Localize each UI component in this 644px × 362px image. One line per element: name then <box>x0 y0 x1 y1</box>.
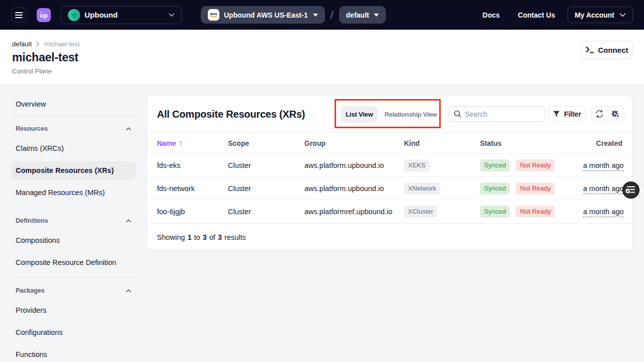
refresh-controls <box>591 106 624 122</box>
card-header: All Composite Resources (XRs) List View … <box>147 96 632 132</box>
chevron-down-icon <box>169 13 175 17</box>
connect-button-label: Connect <box>598 46 628 54</box>
chevron-up-icon <box>126 219 131 223</box>
created-tooltip-text[interactable]: a month ago <box>583 208 624 217</box>
sidebar-section-label: Packages <box>16 287 45 294</box>
my-account-button[interactable]: My Account <box>568 7 633 23</box>
content-area: Overview Resources Claims (XRCs) Composi… <box>0 84 644 362</box>
upbound-logo[interactable]: up <box>37 8 51 22</box>
cell-scope: Cluster <box>228 177 304 200</box>
cell-scope: Cluster <box>228 200 304 223</box>
sidebar-item-providers[interactable]: Providers <box>11 299 136 321</box>
kind-badge: XCluster <box>404 206 437 218</box>
not-ready-badge: Not Ready <box>516 206 554 218</box>
kind-badge: XNetwork <box>404 183 440 195</box>
sidebar-item-functions[interactable]: Functions <box>11 343 136 362</box>
main-area: All Composite Resources (XRs) List View … <box>146 84 644 362</box>
search-box <box>449 106 545 122</box>
top-navbar: up Upbound aws Upbound AWS US-East-1 / d… <box>0 0 644 30</box>
breadcrumb-parent[interactable]: default <box>12 40 32 48</box>
hamburger-icon <box>15 12 23 13</box>
group-select-label: default <box>346 11 369 19</box>
chevron-up-icon <box>126 127 131 131</box>
cell-group: aws.platform.upbound.io <box>304 154 404 177</box>
feedback-list-icon <box>624 185 637 196</box>
sidebar-item-composite-resources[interactable]: Composite Resources (XRs) <box>11 161 136 179</box>
sidebar-section-packages[interactable]: Packages <box>11 282 136 299</box>
search-icon <box>454 110 461 118</box>
column-header-scope[interactable]: Scope <box>228 133 304 154</box>
docs-link[interactable]: Docs <box>482 11 500 19</box>
filter-button-label: Filter <box>564 110 581 118</box>
created-tooltip-text[interactable]: a month ago <box>583 185 624 194</box>
table-row[interactable]: foo-6jgjb Cluster aws.platformref.upboun… <box>147 200 632 223</box>
refresh-button[interactable] <box>592 107 608 121</box>
cell-created: a month ago <box>583 200 632 223</box>
sidebar-section-label: Definitions <box>16 217 48 224</box>
caret-down-icon <box>374 14 379 17</box>
hamburger-menu-button[interactable] <box>11 8 26 23</box>
column-header-kind[interactable]: Kind <box>404 133 480 154</box>
breadcrumb-current: michael-test <box>44 40 79 48</box>
sidebar-section-resources[interactable]: Resources <box>11 120 136 137</box>
cell-group: aws.platformref.upbound.io <box>304 200 404 223</box>
sidebar-item-claims[interactable]: Claims (XRCs) <box>11 137 136 159</box>
floating-widget-button[interactable] <box>622 182 639 199</box>
organization-select-label: Upbound <box>85 11 169 19</box>
sidebar-item-configurations[interactable]: Configurations <box>11 321 136 343</box>
column-header-group[interactable]: Group <box>304 133 404 154</box>
table-header-row: Name↑ Scope Group Kind Status Created <box>147 133 632 154</box>
kind-badge: XEKS <box>404 159 430 171</box>
breadcrumb-slash: / <box>331 9 334 21</box>
cell-name[interactable]: fds-network <box>147 177 228 200</box>
contact-us-link[interactable]: Contact Us <box>518 11 555 19</box>
created-tooltip-text[interactable]: a month ago <box>583 161 624 171</box>
organization-select[interactable]: Upbound <box>61 6 182 24</box>
column-header-status[interactable]: Status <box>480 133 583 154</box>
refresh-icon <box>595 110 604 118</box>
terminal-icon <box>586 46 594 53</box>
column-header-created[interactable]: Created <box>583 133 632 154</box>
auto-refresh-button[interactable] <box>608 107 624 121</box>
sidebar-item-compositions[interactable]: Compositions <box>11 229 136 251</box>
column-header-name[interactable]: Name↑ <box>147 133 228 154</box>
sidebar-item-managed-resources[interactable]: Managed Resources (MRs) <box>11 182 136 204</box>
sidebar-divider <box>11 278 136 278</box>
list-view-tab[interactable]: List View <box>341 106 378 123</box>
sidebar-divider <box>11 208 136 208</box>
not-ready-badge: Not Ready <box>516 159 554 171</box>
search-input[interactable] <box>465 110 535 118</box>
cell-name[interactable]: foo-6jgjb <box>147 200 228 223</box>
synced-badge: Synced <box>480 183 510 195</box>
cell-created: a month ago <box>583 154 632 177</box>
cell-name[interactable]: fds-eks <box>147 154 228 177</box>
caret-down-icon <box>313 14 318 17</box>
chevron-right-icon <box>36 41 40 47</box>
my-account-label: My Account <box>575 11 614 19</box>
sidebar-item-overview[interactable]: Overview <box>11 93 136 115</box>
sidebar: Overview Resources Claims (XRCs) Composi… <box>0 84 146 362</box>
composite-resources-card: All Composite Resources (XRs) List View … <box>146 96 633 250</box>
not-ready-badge: Not Ready <box>516 183 554 195</box>
chevron-down-icon <box>619 13 626 17</box>
cell-kind: XNetwork <box>404 177 480 200</box>
view-toggle: List View Relationship View <box>341 106 438 123</box>
resources-table: Name↑ Scope Group Kind Status Created fd… <box>147 132 632 223</box>
table-row[interactable]: fds-network Cluster aws.platform.upbound… <box>147 177 632 200</box>
sidebar-item-composite-resource-definition[interactable]: Composite Resource Definition <box>11 251 136 274</box>
funnel-icon <box>553 111 560 117</box>
space-select-label: Upbound AWS US-East-1 <box>224 11 308 19</box>
space-select[interactable]: aws Upbound AWS US-East-1 <box>201 6 325 24</box>
table-row[interactable]: fds-eks Cluster aws.platform.upbound.io … <box>147 154 632 177</box>
sort-ascending-icon: ↑ <box>179 139 183 147</box>
relationship-view-tab[interactable]: Relationship View <box>383 111 438 118</box>
connect-button[interactable]: Connect <box>581 41 633 59</box>
cell-scope: Cluster <box>228 154 304 177</box>
cell-status: SyncedNot Ready <box>480 200 583 223</box>
cell-status: SyncedNot Ready <box>480 177 583 200</box>
filter-button[interactable]: Filter <box>548 106 586 122</box>
upbound-logo-text: up <box>40 12 48 19</box>
cell-status: SyncedNot Ready <box>480 154 583 177</box>
sidebar-section-definitions[interactable]: Definitions <box>11 212 136 229</box>
group-select[interactable]: default <box>339 6 386 24</box>
